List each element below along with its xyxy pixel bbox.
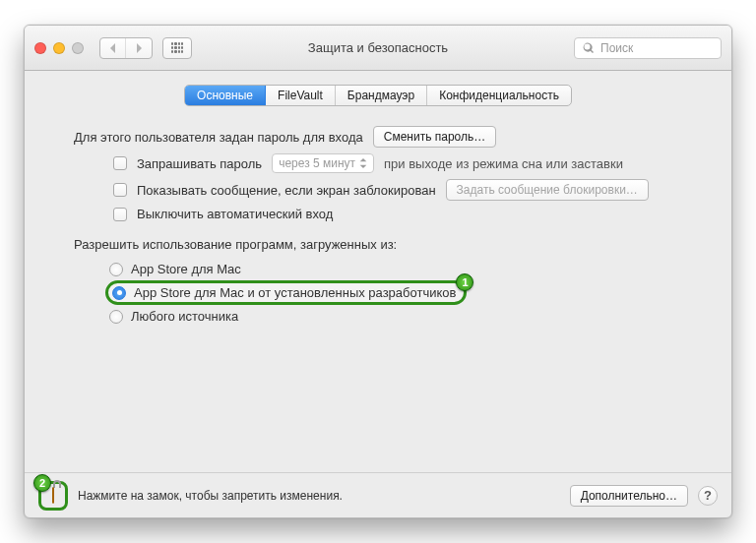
- tab-privacy[interactable]: Конфиденциальность: [427, 86, 571, 105]
- chevron-right-icon: [134, 43, 144, 53]
- password-set-row: Для этого пользователя задан пароль для …: [74, 126, 682, 148]
- show-message-row: Показывать сообщение, если экран заблоки…: [74, 179, 682, 201]
- radio-anywhere[interactable]: [109, 310, 123, 324]
- change-password-button[interactable]: Сменить пароль…: [373, 126, 497, 148]
- search-placeholder: Поиск: [600, 41, 633, 55]
- zoom-window-button: [72, 42, 84, 54]
- callout-identified: App Store для Mac и от установленных раз…: [105, 280, 467, 305]
- require-password-checkbox[interactable]: [113, 156, 127, 170]
- advanced-button[interactable]: Дополнительно…: [570, 485, 688, 507]
- delay-value: через 5 минут: [279, 156, 355, 170]
- tabbar: Основные FileVault Брандмауэр Конфиденци…: [25, 71, 731, 112]
- minimize-window-button[interactable]: [53, 42, 65, 54]
- general-pane: Для этого пользователя задан пароль для …: [25, 112, 731, 472]
- radio-appstore[interactable]: [109, 263, 123, 276]
- radio-anywhere-label: Любого источника: [131, 309, 238, 324]
- password-set-label: Для этого пользователя задан пароль для …: [74, 130, 363, 145]
- disable-autologin-checkbox[interactable]: [113, 208, 127, 221]
- search-field[interactable]: Поиск: [574, 37, 722, 59]
- allow-apps-label-row: Разрешить использование программ, загруж…: [74, 237, 682, 252]
- set-lock-message-button: Задать сообщение блокировки…: [446, 179, 649, 201]
- forward-button[interactable]: [126, 38, 152, 58]
- show-message-label: Показывать сообщение, если экран заблоки…: [137, 183, 436, 198]
- require-password-delay-select[interactable]: через 5 минут: [272, 153, 374, 173]
- radio-appstore-label: App Store для Mac: [131, 262, 241, 276]
- source-identified-row[interactable]: App Store для Mac и от установленных раз…: [105, 280, 682, 305]
- show-message-checkbox[interactable]: [113, 183, 127, 197]
- grid-icon: [171, 42, 183, 54]
- show-all-button[interactable]: [162, 37, 192, 59]
- callout-lock: 2: [38, 481, 68, 511]
- require-password-label: Запрашивать пароль: [137, 156, 262, 171]
- lock-button[interactable]: [52, 488, 54, 503]
- radio-identified[interactable]: [112, 286, 126, 300]
- lock-hint-label: Нажмите на замок, чтобы запретить измене…: [78, 489, 343, 503]
- select-stepper-icon: [359, 158, 367, 168]
- search-icon: [583, 42, 595, 54]
- disable-autologin-row: Выключить автоматический вход: [74, 207, 682, 221]
- disable-autologin-label: Выключить автоматический вход: [137, 207, 333, 221]
- source-appstore-row[interactable]: App Store для Mac: [109, 262, 682, 276]
- chevron-left-icon: [108, 43, 118, 53]
- require-password-row: Запрашивать пароль через 5 минут при вых…: [74, 153, 682, 173]
- tab-general[interactable]: Основные: [185, 86, 266, 105]
- callout-badge-2: 2: [33, 474, 51, 492]
- allow-apps-label: Разрешить использование программ, загруж…: [74, 237, 397, 252]
- preferences-window: Защита и безопасность Поиск Основные Fil…: [24, 25, 732, 518]
- source-anywhere-row[interactable]: Любого источника: [109, 309, 682, 324]
- footer: 2 Нажмите на замок, чтобы запретить изме…: [25, 472, 731, 517]
- tab-firewall[interactable]: Брандмауэр: [336, 86, 427, 105]
- tab-filevault[interactable]: FileVault: [266, 86, 336, 105]
- nav-back-forward: [99, 37, 153, 59]
- tabs: Основные FileVault Брандмауэр Конфиденци…: [184, 85, 572, 106]
- radio-identified-label: App Store для Mac и от установленных раз…: [134, 285, 456, 300]
- callout-badge-1: 1: [456, 273, 473, 291]
- lock-body-icon: [52, 487, 54, 504]
- window-toolbar: Защита и безопасность Поиск: [25, 26, 731, 71]
- lock-open-icon: [53, 480, 61, 488]
- close-window-button[interactable]: [34, 42, 46, 54]
- help-button[interactable]: ?: [698, 486, 718, 506]
- back-button[interactable]: [100, 38, 126, 58]
- window-controls: [34, 42, 84, 54]
- footer-right: Дополнительно… ?: [570, 485, 718, 507]
- require-password-after-label: при выходе из режима сна или заставки: [384, 156, 623, 171]
